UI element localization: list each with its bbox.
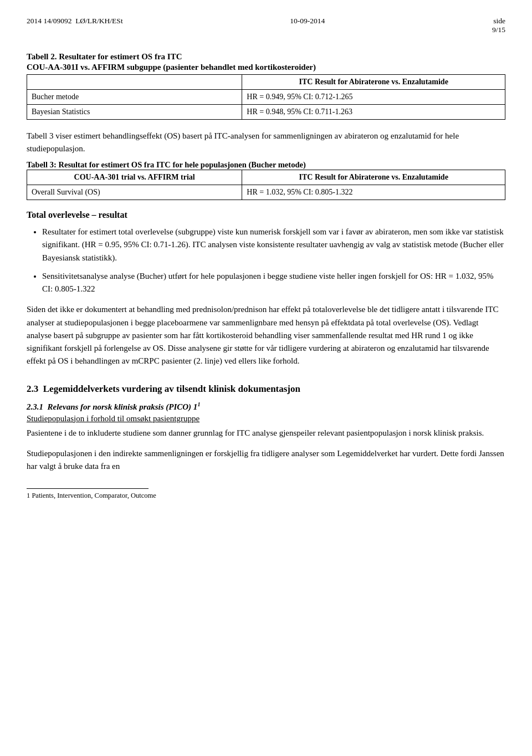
bullet-section: Total overlevelse – resultat Resultater … — [27, 210, 505, 295]
table3-row1-label: Overall Survival (OS) — [27, 185, 242, 200]
table2-title: Tabell 2. Resultater for estimert OS fra… — [27, 52, 505, 72]
table2-col1-header — [27, 75, 242, 90]
section-231: 2.3.1 Relevans for norsk klinisk praksis… — [27, 401, 505, 412]
header-left: 2014 14/09092 LØ/LR/KH/ESt — [27, 17, 123, 25]
header-right: side 9/15 — [492, 17, 505, 34]
bullet-list: Resultater for estimert total overlevels… — [42, 226, 505, 295]
table3-col2-header: ITC Result for Abiraterone vs. Enzalutam… — [242, 170, 505, 185]
underline-heading: Studiepopulasjon i forhold til omsøkt pa… — [27, 414, 505, 423]
list-item: Resultater for estimert total overlevels… — [42, 226, 505, 264]
para-231-2: Studiepopulasjonen i den indirekte samme… — [27, 447, 505, 473]
table2: ITC Result for Abiraterone vs. Enzalutam… — [27, 74, 505, 120]
section-23-title: 2.3 Legemiddelverkets vurdering av tilse… — [27, 384, 300, 394]
table3: COU-AA-301 trial vs. AFFIRM trial ITC Re… — [27, 170, 505, 200]
page-header: 2014 14/09092 LØ/LR/KH/ESt 10-09-2014 si… — [27, 17, 505, 34]
table2-description: Tabell 3 viser estimert behandlingseffek… — [27, 130, 505, 155]
section-23: 2.3 Legemiddelverkets vurdering av tilse… — [27, 384, 505, 395]
table2-row2-label: Bayesian Statistics — [27, 105, 242, 120]
table2-col2-header: ITC Result for Abiraterone vs. Enzalutam… — [242, 75, 505, 90]
body-paragraph-1: Siden det ikke er dokumentert at behandl… — [27, 303, 505, 367]
table3-row1-value: HR = 1.032, 95% CI: 0.805-1.322 — [242, 185, 505, 200]
section-231-title: 2.3.1 Relevans for norsk klinisk praksis… — [27, 402, 200, 411]
footnote: 1 Patients, Intervention, Comparator, Ou… — [27, 491, 505, 501]
header-center: 10-09-2014 — [290, 17, 325, 25]
table2-row1-value: HR = 0.949, 95% CI: 0.712-1.265 — [242, 90, 505, 105]
table2-row2-value: HR = 0.948, 95% CI: 0.711-1.263 — [242, 105, 505, 120]
list-item: Sensitivitetsanalyse analyse (Bucher) ut… — [42, 270, 505, 296]
table2-row1-label: Bucher metode — [27, 90, 242, 105]
table3-title: Tabell 3: Resultat for estimert OS fra I… — [27, 160, 505, 170]
table-row: Overall Survival (OS) HR = 1.032, 95% CI… — [27, 185, 505, 200]
para-231-1: Pasientene i de to inkluderte studiene s… — [27, 427, 505, 440]
table-row: Bayesian Statistics HR = 0.948, 95% CI: … — [27, 105, 505, 120]
bullet-section-heading: Total overlevelse – resultat — [27, 210, 505, 220]
table-row: Bucher metode HR = 0.949, 95% CI: 0.712-… — [27, 90, 505, 105]
table3-col1-header: COU-AA-301 trial vs. AFFIRM trial — [27, 170, 242, 185]
footnote-divider — [27, 488, 149, 489]
